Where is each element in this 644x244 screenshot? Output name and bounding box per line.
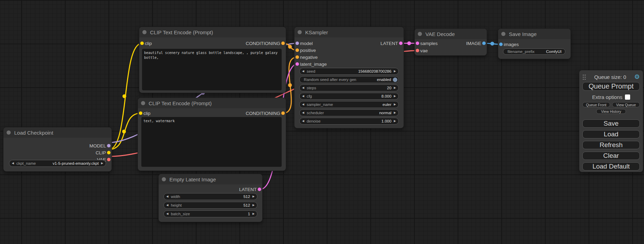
node-clip-text-encode-positive[interactable]: CLIP Text Encode (Prompt) clip CONDITION… xyxy=(139,27,286,93)
output-slot-latent: LATENT xyxy=(380,40,398,46)
toggle-icon[interactable] xyxy=(393,78,397,82)
right-arrow-icon[interactable]: ▶ xyxy=(391,87,398,89)
model-port-icon[interactable] xyxy=(295,42,299,45)
steps-widget[interactable]: ◀ steps 20 ▶ xyxy=(299,84,399,91)
output-slot-clip: CLIP xyxy=(96,150,106,156)
node-empty-latent-image[interactable]: Empty Latent Image LATENT ◀ width 512 ▶ … xyxy=(159,174,262,222)
input-slot-positive: positive xyxy=(300,47,316,53)
load-button[interactable]: Load xyxy=(582,130,640,138)
left-arrow-icon[interactable]: ◀ xyxy=(300,70,307,73)
node-ksampler[interactable]: KSampler model positive negative latent_… xyxy=(294,27,404,128)
node-title: Empty Latent Image xyxy=(169,177,216,182)
queue-size-label: Queue size: 0 xyxy=(586,74,634,80)
node-save-image[interactable]: Save Image images filename_prefix ComfyU… xyxy=(498,29,571,59)
left-arrow-icon[interactable]: ◀ xyxy=(164,213,171,215)
node-title-bar[interactable]: KSampler xyxy=(294,27,404,37)
load-default-button[interactable]: Load Default xyxy=(582,162,640,171)
view-queue-button[interactable]: View Queue xyxy=(612,102,640,107)
node-title-bar[interactable]: Empty Latent Image xyxy=(159,174,262,184)
node-load-checkpoint[interactable]: Load Checkpoint MODEL CLIP VAE ◀ ckpt_na… xyxy=(3,127,112,171)
node-title-bar[interactable]: Save Image xyxy=(498,29,571,39)
left-arrow-icon[interactable]: ◀ xyxy=(300,120,307,123)
wire-dot xyxy=(123,94,126,98)
clip-port-icon[interactable] xyxy=(139,111,142,115)
collapse-dot-icon[interactable] xyxy=(142,30,147,34)
queue-prompt-button[interactable]: Queue Prompt xyxy=(582,82,640,91)
node-title-bar[interactable]: VAE Decode xyxy=(415,29,487,39)
node-title-bar[interactable]: CLIP Text Encode (Prompt) xyxy=(139,27,286,37)
left-arrow-icon[interactable]: ◀ xyxy=(300,95,307,98)
vae-port-icon[interactable] xyxy=(416,49,419,52)
save-button[interactable]: Save xyxy=(582,119,640,128)
right-arrow-icon[interactable]: ▶ xyxy=(391,95,398,98)
wire-dot xyxy=(407,42,411,45)
filename-prefix-widget[interactable]: filename_prefix ComfyUI xyxy=(503,48,565,55)
right-arrow-icon[interactable]: ▶ xyxy=(391,120,398,123)
collapse-dot-icon[interactable] xyxy=(501,32,505,36)
right-arrow-icon[interactable]: ▶ xyxy=(391,70,398,73)
node-title: CLIP Text Encode (Prompt) xyxy=(150,29,213,35)
conditioning-port-icon[interactable] xyxy=(281,111,285,115)
right-arrow-icon[interactable]: ▶ xyxy=(250,204,257,207)
right-arrow-icon[interactable]: ▶ xyxy=(250,195,257,198)
node-graph-canvas[interactable]: Load Checkpoint MODEL CLIP VAE ◀ ckpt_na… xyxy=(0,0,644,244)
right-arrow-icon[interactable]: ▶ xyxy=(250,213,257,215)
cfg-widget[interactable]: ◀ cfg 8.000 ▶ xyxy=(299,93,399,100)
drag-handle-icon[interactable] xyxy=(582,74,586,80)
model-port-icon[interactable] xyxy=(107,144,111,147)
right-arrow-icon[interactable]: ▶ xyxy=(391,103,398,106)
left-arrow-icon[interactable]: ◀ xyxy=(300,87,307,89)
refresh-button[interactable]: Refresh xyxy=(582,141,640,149)
scheduler-widget[interactable]: ◀ scheduler normal ▶ xyxy=(299,109,399,116)
latent-port-icon[interactable] xyxy=(399,42,403,45)
right-arrow-icon[interactable]: ▶ xyxy=(391,111,398,114)
height-widget[interactable]: ◀ height 512 ▶ xyxy=(164,202,257,209)
left-arrow-icon[interactable]: ◀ xyxy=(9,162,16,165)
denoise-widget[interactable]: ◀ denoise 1.000 ▶ xyxy=(299,118,399,125)
collapse-dot-icon[interactable] xyxy=(162,177,166,181)
width-widget[interactable]: ◀ width 512 ▶ xyxy=(164,193,257,200)
extra-options-checkbox[interactable] xyxy=(625,94,630,100)
latent-port-icon[interactable] xyxy=(258,188,261,191)
collapse-dot-icon[interactable] xyxy=(141,101,145,105)
collapse-dot-icon[interactable] xyxy=(418,32,422,36)
latent-port-icon[interactable] xyxy=(416,42,419,45)
node-clip-text-encode-negative[interactable]: CLIP Text Encode (Prompt) clip CONDITION… xyxy=(138,98,286,171)
left-arrow-icon[interactable]: ◀ xyxy=(300,111,307,114)
image-port-icon[interactable] xyxy=(482,42,486,45)
batch-size-widget[interactable]: ◀ batch_size 1 ▶ xyxy=(164,210,257,217)
wire-dot xyxy=(122,130,126,134)
queue-front-button[interactable]: Queue Front xyxy=(582,102,610,107)
input-slot-negative: negative xyxy=(300,54,318,60)
vae-port-icon[interactable] xyxy=(107,158,111,161)
settings-gear-icon[interactable]: ⚙ xyxy=(634,74,640,80)
image-port-icon[interactable] xyxy=(499,43,503,46)
clip-port-icon[interactable] xyxy=(140,42,144,45)
random-seed-toggle-widget[interactable]: Random seed after every gen enabled xyxy=(299,76,399,83)
left-arrow-icon[interactable]: ◀ xyxy=(164,195,171,198)
conditioning-port-icon[interactable] xyxy=(281,42,285,45)
right-arrow-icon[interactable]: ▶ xyxy=(99,162,106,165)
left-arrow-icon[interactable]: ◀ xyxy=(164,204,171,207)
ckpt-name-widget[interactable]: ◀ ckpt_name v1-5-pruned-emaonly.ckpt ▶ xyxy=(9,160,106,167)
latent-port-icon[interactable] xyxy=(295,62,299,66)
collapse-dot-icon[interactable] xyxy=(298,30,302,34)
prompt-textarea[interactable]: text, watermark xyxy=(141,117,282,167)
node-title: Save Image xyxy=(509,31,537,37)
node-title-bar[interactable]: Load Checkpoint xyxy=(3,127,112,138)
collapse-dot-icon[interactable] xyxy=(7,130,11,135)
left-arrow-icon[interactable]: ◀ xyxy=(300,103,307,106)
clip-port-icon[interactable] xyxy=(107,151,111,154)
node-title: CLIP Text Encode (Prompt) xyxy=(149,100,212,106)
input-slot-clip: clip xyxy=(145,40,152,46)
conditioning-port-icon[interactable] xyxy=(295,48,299,52)
view-history-button[interactable]: View History xyxy=(596,109,626,114)
prompt-textarea[interactable]: beautiful scenery nature glass bottle la… xyxy=(142,49,282,90)
input-slot-latent-image: latent_image xyxy=(300,61,327,67)
clear-button[interactable]: Clear xyxy=(582,152,640,160)
seed-widget[interactable]: ◀ seed 156680208700286 ▶ xyxy=(299,68,399,75)
node-vae-decode[interactable]: VAE Decode samples vae IMAGE xyxy=(415,29,487,55)
node-title-bar[interactable]: CLIP Text Encode (Prompt) xyxy=(138,98,286,108)
conditioning-port-icon[interactable] xyxy=(295,55,299,59)
sampler-name-widget[interactable]: ◀ sampler_name euler ▶ xyxy=(299,101,399,108)
